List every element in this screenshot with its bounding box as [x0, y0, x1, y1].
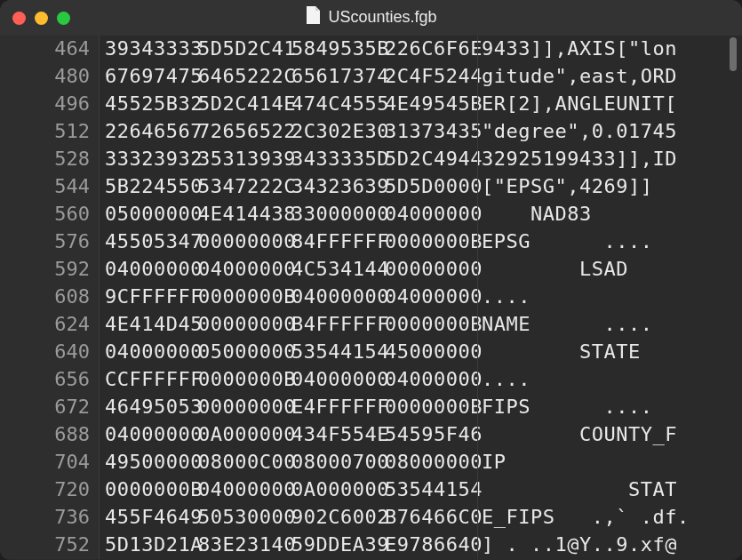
ascii-cell[interactable]: IP [477, 449, 742, 476]
hex-cell[interactable]: 0000000B040000000A00000053544154 [100, 476, 477, 504]
hex-row[interactable]: 7525D13D21A83E2314059DDEA39E9786640] . .… [0, 532, 742, 559]
hex-word[interactable]: 5D13D21A [105, 532, 198, 559]
hex-content[interactable]: 464393433335D5D2C415849535B226C6F6E9433]… [0, 36, 742, 560]
hex-word[interactable]: 902C6002 [291, 504, 385, 532]
hex-cell[interactable]: 676974756465222C656173742C4F5244 [100, 63, 477, 91]
hex-word[interactable]: 226C6F6E [385, 36, 478, 63]
hex-cell[interactable]: 9CFFFFFF0000000B0400000004000000 [100, 284, 477, 311]
hex-word[interactable]: 04000000 [105, 339, 198, 366]
hex-word[interactable]: 04000000 [198, 476, 291, 504]
hex-word[interactable]: 00000000 [198, 394, 291, 421]
hex-word[interactable]: 04000000 [385, 201, 478, 228]
hex-word[interactable]: 474C4555 [291, 91, 385, 118]
hex-cell[interactable]: 5B2245505347222C343236395D5D0000 [100, 173, 477, 201]
hex-word[interactable]: 04000000 [198, 256, 291, 284]
hex-cell[interactable]: 050000004E4144383300000004000000 [100, 201, 477, 228]
hex-row[interactable]: 49645525B325D2C414E474C45554E49545BER[2]… [0, 91, 742, 118]
hex-row[interactable]: 59204000000040000004C53414400000000 LSAD [0, 256, 742, 284]
hex-row[interactable]: 6724649505300000000E4FFFFFF0000000BFIPS … [0, 394, 742, 421]
hex-row[interactable]: 480676974756465222C656173742C4F5244gitud… [0, 63, 742, 91]
hex-word[interactable]: 5B224550 [105, 173, 198, 201]
hex-word[interactable]: 5849535B [291, 36, 385, 63]
hex-word[interactable]: 08000000 [385, 449, 478, 476]
hex-word[interactable]: 5347222C [198, 173, 291, 201]
maximize-icon[interactable] [57, 12, 70, 25]
hex-cell[interactable]: 04000000050000005354415445000000 [100, 339, 477, 366]
scrollbar-track[interactable] [729, 37, 739, 560]
hex-word[interactable]: 04000000 [385, 284, 478, 311]
hex-word[interactable]: 0000000B [385, 228, 478, 256]
hex-word[interactable]: 04000000 [291, 284, 385, 311]
hex-row[interactable]: 52833323932353139393433335D5D2C494432925… [0, 146, 742, 173]
ascii-cell[interactable]: .... [477, 366, 742, 394]
hex-word[interactable]: 4E414438 [198, 201, 291, 228]
close-icon[interactable] [12, 12, 26, 25]
hex-row[interactable]: 7200000000B040000000A00000053544154 STAT [0, 476, 742, 504]
ascii-cell[interactable]: NAME .... [477, 311, 742, 339]
hex-row[interactable]: 576455053470000000084FFFFFF0000000BEPSG … [0, 228, 742, 256]
hex-cell[interactable]: 4649505300000000E4FFFFFF0000000B [100, 394, 477, 421]
hex-word[interactable]: 5D2C4944 [385, 146, 478, 173]
ascii-cell[interactable]: ER[2],ANGLEUNIT[ [477, 91, 742, 118]
ascii-cell[interactable]: ["EPSG",4269]] [477, 173, 742, 201]
hex-row[interactable]: 6244E414D4500000000B4FFFFFF0000000BNAME … [0, 311, 742, 339]
hex-word[interactable]: 04000000 [385, 366, 478, 394]
hex-cell[interactable]: 455053470000000084FFFFFF0000000B [100, 228, 477, 256]
hex-word[interactable]: 5D2C414E [198, 91, 291, 118]
hex-cell[interactable]: 455F464950530000902C6002B76466C0 [100, 504, 477, 532]
hex-word[interactable]: 5D5D2C41 [198, 36, 291, 63]
hex-word[interactable]: 22646567 [105, 118, 198, 146]
hex-word[interactable]: 35313939 [198, 146, 291, 173]
hex-word[interactable]: 2C302E30 [291, 118, 385, 146]
hex-word[interactable]: 53544154 [291, 339, 385, 366]
hex-word[interactable]: 83E23140 [198, 532, 291, 559]
hex-word[interactable]: 45525B32 [105, 91, 198, 118]
hex-cell[interactable]: 04000000040000004C53414400000000 [100, 256, 477, 284]
hex-word[interactable]: 84FFFFFF [291, 228, 385, 256]
hex-word[interactable]: 45000000 [385, 339, 478, 366]
hex-row[interactable]: 51222646567726565222C302E3031373435"degr… [0, 118, 742, 146]
hex-row[interactable]: 6089CFFFFFF0000000B0400000004000000.... [0, 284, 742, 311]
ascii-cell[interactable]: gitude",east,ORD [477, 63, 742, 91]
hex-word[interactable]: 3433335D [291, 146, 385, 173]
hex-word[interactable]: 00000000 [198, 311, 291, 339]
hex-word[interactable]: 50530000 [198, 504, 291, 532]
hex-word[interactable]: 59DDEA39 [291, 532, 385, 559]
hex-word[interactable]: 05000000 [105, 201, 198, 228]
hex-word[interactable]: 08000C00 [198, 449, 291, 476]
hex-word[interactable]: 5D5D0000 [385, 173, 478, 201]
hex-word[interactable]: E4FFFFFF [291, 394, 385, 421]
ascii-cell[interactable]: .... [477, 284, 742, 311]
hex-word[interactable]: 34323639 [291, 173, 385, 201]
hex-word[interactable]: 00000000 [385, 256, 478, 284]
hex-row[interactable]: 656CCFFFFFF0000000B0400000004000000.... [0, 366, 742, 394]
hex-word[interactable]: 2C4F5244 [385, 63, 478, 91]
hex-word[interactable]: 04000000 [291, 366, 385, 394]
hex-word[interactable]: E9786640 [385, 532, 478, 559]
hex-word[interactable]: 05000000 [198, 339, 291, 366]
hex-word[interactable]: 0000000B [105, 476, 198, 504]
hex-cell[interactable]: 5D13D21A83E2314059DDEA39E9786640 [100, 532, 477, 559]
hex-word[interactable]: 0000000B [385, 311, 478, 339]
hex-word[interactable]: CCFFFFFF [105, 366, 198, 394]
hex-cell[interactable]: 4950000008000C000800070008000000 [100, 449, 477, 476]
hex-word[interactable]: 0A000000 [291, 476, 385, 504]
hex-word[interactable]: 455F4649 [105, 504, 198, 532]
hex-word[interactable]: 6465222C [198, 63, 291, 91]
hex-word[interactable]: 434F554E [291, 421, 385, 449]
hex-cell[interactable]: 4E414D4500000000B4FFFFFF0000000B [100, 311, 477, 339]
hex-word[interactable]: 00000000 [198, 228, 291, 256]
ascii-cell[interactable]: NAD83 [477, 201, 742, 228]
hex-word[interactable]: 65617374 [291, 63, 385, 91]
hex-word[interactable]: 33323932 [105, 146, 198, 173]
hex-word[interactable]: 49500000 [105, 449, 198, 476]
hex-row[interactable]: 688040000000A000000434F554E54595F46 COUN… [0, 421, 742, 449]
hex-word[interactable]: 4C534144 [291, 256, 385, 284]
hex-word[interactable]: 33000000 [291, 201, 385, 228]
ascii-cell[interactable]: STATE [477, 339, 742, 366]
hex-row[interactable]: 64004000000050000005354415445000000 STAT… [0, 339, 742, 366]
hex-row[interactable]: 7044950000008000C000800070008000000IP [0, 449, 742, 476]
hex-word[interactable]: B4FFFFFF [291, 311, 385, 339]
hex-row[interactable]: 560050000004E4144383300000004000000 NAD8… [0, 201, 742, 228]
hex-word[interactable]: 0A000000 [198, 421, 291, 449]
